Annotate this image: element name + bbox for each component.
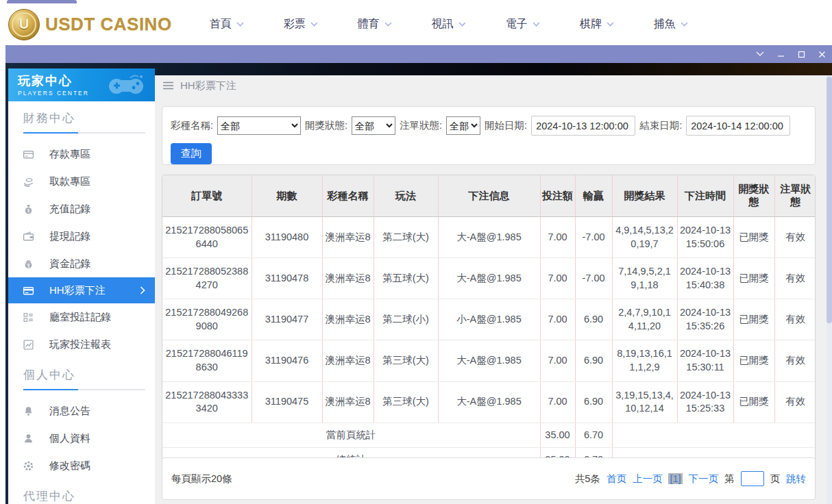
sidebar-item-change-password[interactable]: 修改密碼 xyxy=(8,452,155,479)
bet-table-panel: 訂單號 期數 彩種名稱 玩法 下注信息 投注額 輸贏 開獎結果 下注時間 開獎狀… xyxy=(162,175,816,473)
recharge-record-icon: $ xyxy=(22,203,34,215)
profile-person-icon xyxy=(22,432,34,444)
withdrawal-record-icon xyxy=(22,230,34,242)
sidebar-item-player-report[interactable]: 玩家投注報表 xyxy=(8,331,155,358)
nav-label: 體育 xyxy=(358,17,380,32)
vertical-scrollbar[interactable] xyxy=(827,75,832,504)
sidebar-section-finance: 財務中心 xyxy=(23,110,145,126)
nav-item-slots[interactable]: 電子 xyxy=(506,17,540,32)
lottery-name-label: 彩種名稱: xyxy=(171,119,213,132)
sidebar: 玩家中心 PLAYERS CENTER 財務中心 存款專區 取款專區 xyxy=(8,68,155,504)
window-maximize-button[interactable] xyxy=(791,45,811,63)
pagination-bar: 每頁顯示20條 共5条 首页 上一页 [1] 下一页 第 页 跳转 xyxy=(162,457,816,500)
table-row: 215217288046119863031190476澳洲幸运8第三球(大)大-… xyxy=(162,340,816,381)
filter-panel: 彩種名稱: 全部 開獎狀態: 全部 注單狀態: 全部 開始日期: 結束日期: 查… xyxy=(162,106,816,165)
chevron-down-icon xyxy=(236,22,244,27)
coin-letter: U xyxy=(19,16,29,32)
sidebar-item-label: HH彩票下注 xyxy=(49,284,106,297)
sidebar-item-funds-record[interactable]: $ 資金記錄 xyxy=(8,250,155,277)
player-report-icon xyxy=(22,338,34,351)
sidebar-item-label: 提現記錄 xyxy=(49,230,90,243)
chevron-down-icon xyxy=(756,51,764,57)
col-draw-status: 開獎狀態 xyxy=(733,175,774,217)
page-jump-input[interactable] xyxy=(741,471,764,486)
sidebar-item-label: 存款專區 xyxy=(49,148,90,161)
sidebar-item-label: 消息公告 xyxy=(49,405,90,418)
jump-suffix-text: 页 xyxy=(770,473,781,486)
first-page-link[interactable]: 首页 xyxy=(607,473,626,486)
prev-page-link[interactable]: 上一页 xyxy=(633,473,663,486)
main-content: HH彩票下注 彩種名稱: 全部 開獎狀態: 全部 注單狀態: 全部 開始日期: … xyxy=(155,75,827,504)
hall-bet-record-icon xyxy=(22,311,34,323)
minimize-icon xyxy=(777,51,785,58)
sidebar-item-withdrawal-record[interactable]: 提現記錄 xyxy=(8,223,155,250)
jump-action-link[interactable]: 跳转 xyxy=(786,473,806,486)
window-titlebar xyxy=(5,45,832,63)
nav-item-lottery[interactable]: 彩票 xyxy=(284,17,318,32)
nav-label: 彩票 xyxy=(284,17,306,32)
sidebar-item-label: 取款專區 xyxy=(49,175,90,188)
nav-label: 視訊 xyxy=(432,17,454,32)
order-status-select[interactable]: 全部 xyxy=(446,116,480,135)
nav-item-video[interactable]: 視訊 xyxy=(432,17,466,32)
sidebar-item-label: 廳室投註記錄 xyxy=(49,311,111,324)
section-underline xyxy=(23,389,145,390)
col-order-no: 訂單號 xyxy=(162,175,252,217)
start-date-input[interactable] xyxy=(531,116,635,136)
site-header: U USDT CASINO 首頁 彩票 體育 視訊 電子 xyxy=(0,3,832,45)
start-date-label: 開始日期: xyxy=(485,119,527,132)
sidebar-section-agent: 代理中心 xyxy=(23,488,145,504)
sidebar-section-personal: 個人中心 xyxy=(23,367,145,383)
col-bet-time: 下注時間 xyxy=(677,175,733,217)
end-date-input[interactable] xyxy=(686,116,790,136)
window-close-button[interactable] xyxy=(811,45,832,63)
nav-item-sports[interactable]: 體育 xyxy=(358,17,392,32)
chevron-right-icon xyxy=(140,286,145,294)
sidebar-item-recharge-record[interactable]: $ 充值記錄 xyxy=(8,195,155,223)
table-row: 215217288049268908031190477澳洲幸运8第二球(小)小-… xyxy=(162,299,816,340)
table-header-row: 訂單號 期數 彩種名稱 玩法 下注信息 投注額 輸贏 開獎結果 下注時間 開獎狀… xyxy=(162,175,816,217)
window-minimize-button[interactable] xyxy=(770,45,791,63)
screen: U USDT CASINO 首頁 彩票 體育 視訊 電子 xyxy=(0,0,832,504)
nav-item-home[interactable]: 首頁 xyxy=(210,17,244,32)
page-size-text: 每頁顯示20條 xyxy=(171,473,232,486)
sidebar-item-label: 資金記錄 xyxy=(49,257,90,270)
sidebar-item-withdraw[interactable]: 取款專區 xyxy=(8,168,155,195)
draw-status-label: 開獎狀態: xyxy=(305,119,347,132)
next-page-link[interactable]: 下一页 xyxy=(689,473,719,486)
svg-text:$: $ xyxy=(27,208,29,213)
scrollbar-thumb[interactable] xyxy=(827,77,832,323)
lottery-name-select[interactable]: 全部 xyxy=(217,116,301,135)
site-logo[interactable]: U USDT CASINO xyxy=(8,9,172,40)
logo-text: USDT CASINO xyxy=(45,14,172,35)
hamburger-menu-icon[interactable] xyxy=(163,81,173,90)
nav-item-fishing[interactable]: 捕魚 xyxy=(654,17,688,32)
sidebar-item-announcements[interactable]: 消息公告 xyxy=(8,397,155,425)
window-dropdown-button[interactable] xyxy=(750,45,770,63)
table-row: 215217288043333342031190475澳洲幸运8第三球(大)大-… xyxy=(162,381,816,423)
table-row: 215217288052388427031190478澳洲幸运8第五球(大)大-… xyxy=(162,258,816,299)
nav-item-cards[interactable]: 棋牌 xyxy=(580,17,614,32)
sidebar-item-hall-bet-record[interactable]: 廳室投註記錄 xyxy=(8,303,155,331)
col-order-status: 注單狀態 xyxy=(774,175,816,217)
bet-table: 訂單號 期數 彩種名稱 玩法 下注信息 投注額 輸贏 開獎結果 下注時間 開獎狀… xyxy=(162,175,816,473)
sidebar-item-label: 個人資料 xyxy=(49,432,90,445)
chevron-down-icon xyxy=(533,22,540,27)
sidebar-item-profile[interactable]: 個人資料 xyxy=(8,425,155,452)
password-gear-icon xyxy=(22,459,34,472)
lottery-bet-icon xyxy=(22,284,34,297)
sidebar-item-deposit[interactable]: 存款專區 xyxy=(8,140,155,168)
app-window: 玩家中心 PLAYERS CENTER 財務中心 存款專區 取款專區 xyxy=(5,45,832,504)
current-page-indicator: [1] xyxy=(668,473,682,484)
usdt-coin-icon: U xyxy=(8,9,40,40)
content-header: HH彩票下注 xyxy=(163,75,236,96)
page-summary-bet: 35.00 xyxy=(540,423,575,448)
jump-prefix-text: 第 xyxy=(724,473,735,486)
order-status-label: 注單狀態: xyxy=(400,119,442,132)
col-draw-result: 開獎結果 xyxy=(612,175,677,217)
page-summary-row: 當前頁統計 35.00 6.70 xyxy=(162,423,816,448)
draw-status-select[interactable]: 全部 xyxy=(352,116,395,135)
query-button[interactable]: 查詢 xyxy=(171,143,212,164)
sidebar-item-label: 修改密碼 xyxy=(49,459,90,473)
sidebar-item-hh-lottery-bet[interactable]: HH彩票下注 xyxy=(8,277,155,303)
